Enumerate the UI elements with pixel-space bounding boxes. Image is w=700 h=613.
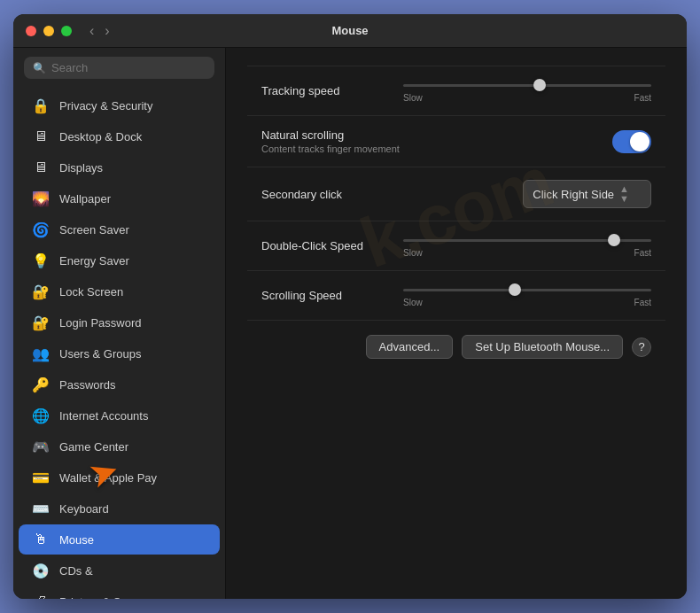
setting-label-scrolling-speed: Scrolling Speed <box>261 289 342 302</box>
sidebar-item-privacy-security[interactable]: 🔒 Privacy & Security <box>19 90 220 120</box>
sidebar-label-lock-screen: Lock Screen <box>59 285 123 299</box>
search-box[interactable]: 🔍 <box>24 57 214 79</box>
system-preferences-window: ‹ › Mouse 🔍 🔒 Privacy & Security 🖥 Deskt… <box>13 14 687 599</box>
sidebar-label-cds: CDs & <box>59 564 93 578</box>
setting-row-natural-scrolling: Natural scrolling Content tracks finger … <box>247 116 665 167</box>
window-title: Mouse <box>331 24 368 37</box>
setting-row-double-click-speed: Double-Click Speed Slow Fast <box>247 221 665 271</box>
select-arrows-secondary-click: ▲▼ <box>619 184 629 204</box>
close-button[interactable] <box>26 26 36 36</box>
sidebar-item-printers-scanners[interactable]: 🖨 Printers & Scanners <box>19 586 220 599</box>
setting-row-tracking-speed: Tracking speed Slow Fast <box>247 66 665 116</box>
slider-container-scrolling-speed: Slow Fast <box>403 283 651 307</box>
sidebar: 🔍 🔒 Privacy & Security 🖥 Desktop & Dock … <box>13 48 226 599</box>
sidebar-item-screen-saver[interactable]: 🌀 Screen Saver <box>19 214 220 244</box>
sidebar-icon-energy-saver: 💡 <box>31 251 51 270</box>
slider-slow-double-click-speed: Slow <box>403 248 423 258</box>
setting-label-secondary-click: Secondary click <box>261 188 342 201</box>
sidebar-label-wallet-apple-pay: Wallet & Apple Pay <box>59 471 157 485</box>
slider-thumb-tracking-speed[interactable] <box>533 79 546 91</box>
sidebar-icon-privacy-security: 🔒 <box>31 96 51 115</box>
sidebar-label-screen-saver: Screen Saver <box>59 223 129 237</box>
sidebar-icon-keyboard: ⌨️ <box>31 499 51 518</box>
sidebar-item-mouse[interactable]: 🖱 Mouse <box>19 524 220 555</box>
slider-thumb-double-click-speed[interactable] <box>608 234 620 246</box>
window-content: 🔍 🔒 Privacy & Security 🖥 Desktop & Dock … <box>13 48 687 599</box>
sidebar-icon-login-password: 🔐 <box>31 313 51 332</box>
setting-sublabel-natural-scrolling: Content tracks finger movement <box>261 144 400 154</box>
slider-thumb-scrolling-speed[interactable] <box>509 283 521 296</box>
sidebar-icon-printers-scanners: 🖨 <box>31 592 51 599</box>
panel-content: Tracking speed Slow Fast Natural scrolli… <box>226 48 687 376</box>
setting-label-natural-scrolling: Natural scrolling <box>261 128 400 142</box>
advanced-button[interactable]: Advanced... <box>366 335 454 359</box>
sidebar-icon-mouse: 🖱 <box>31 530 51 549</box>
sidebar-icon-users-groups: 👥 <box>31 344 51 363</box>
sidebar-list: 🔒 Privacy & Security 🖥 Desktop & Dock 🖥 … <box>13 86 225 599</box>
sidebar-item-passwords[interactable]: 🔑 Passwords <box>19 369 220 400</box>
setting-row-secondary-click: Secondary click Click Right Side ▲▼ <box>247 167 665 221</box>
sidebar-label-printers-scanners: Printers & Scanners <box>59 595 162 600</box>
help-button[interactable]: ? <box>632 338 651 357</box>
setup-bluetooth-button[interactable]: Set Up Bluetooth Mouse... <box>462 335 623 359</box>
sidebar-item-keyboard[interactable]: ⌨️ Keyboard <box>19 493 220 524</box>
toggle-natural-scrolling[interactable] <box>612 130 651 153</box>
setting-label-double-click-speed: Double-Click Speed <box>261 239 363 252</box>
back-button[interactable]: ‹ <box>86 22 97 40</box>
titlebar: ‹ › Mouse <box>13 14 687 48</box>
slider-fast-scrolling-speed: Fast <box>634 298 651 307</box>
sidebar-item-desktop-dock[interactable]: 🖥 Desktop & Dock <box>19 121 220 151</box>
sidebar-item-lock-screen[interactable]: 🔐 Lock Screen <box>19 276 220 306</box>
sidebar-label-internet-accounts: Internet Accounts <box>59 409 148 423</box>
sidebar-label-users-groups: Users & Groups <box>59 347 141 361</box>
sidebar-label-game-center: Game Center <box>59 440 128 454</box>
sidebar-item-wallet-apple-pay[interactable]: 💳 Wallet & Apple Pay <box>19 462 220 493</box>
sidebar-item-users-groups[interactable]: 👥 Users & Groups <box>19 338 220 369</box>
sidebar-label-mouse: Mouse <box>59 533 94 547</box>
sidebar-icon-passwords: 🔑 <box>31 375 51 394</box>
sidebar-icon-wallpaper: 🌄 <box>31 189 51 208</box>
maximize-button[interactable] <box>61 26 72 36</box>
setting-row-scrolling-speed: Scrolling Speed Slow Fast <box>247 271 665 321</box>
search-icon: 🔍 <box>33 62 46 74</box>
sidebar-icon-wallet-apple-pay: 💳 <box>31 468 51 487</box>
sidebar-item-cds[interactable]: 💿 CDs & <box>19 555 220 586</box>
slider-container-tracking-speed: Slow Fast <box>403 79 651 103</box>
sidebar-label-desktop-dock: Desktop & Dock <box>59 130 142 144</box>
sidebar-item-login-password[interactable]: 🔐 Login Password <box>19 307 220 338</box>
sidebar-item-displays[interactable]: 🖥 Displays <box>19 152 220 182</box>
sidebar-label-displays: Displays <box>59 161 103 175</box>
main-panel: k.com Tracking speed Slow Fast Natural s… <box>226 48 687 599</box>
nav-buttons: ‹ › <box>86 22 113 40</box>
slider-track-double-click-speed[interactable] <box>403 234 651 246</box>
buttons-row: Advanced... Set Up Bluetooth Mouse... ? <box>247 321 665 359</box>
sidebar-icon-game-center: 🎮 <box>31 437 51 456</box>
sidebar-label-passwords: Passwords <box>59 378 116 392</box>
sidebar-item-wallpaper[interactable]: 🌄 Wallpaper <box>19 183 220 213</box>
select-secondary-click[interactable]: Click Right Side ▲▼ <box>523 180 651 208</box>
sidebar-icon-desktop-dock: 🖥 <box>31 127 51 146</box>
sidebar-label-wallpaper: Wallpaper <box>59 192 111 206</box>
sidebar-label-energy-saver: Energy Saver <box>59 254 129 268</box>
sidebar-label-privacy-security: Privacy & Security <box>59 99 152 113</box>
sidebar-icon-displays: 🖥 <box>31 158 51 177</box>
sidebar-item-game-center[interactable]: 🎮 Game Center <box>19 431 220 462</box>
slider-fast-double-click-speed: Fast <box>634 248 651 258</box>
forward-button[interactable]: › <box>101 22 113 40</box>
toggle-knob-natural-scrolling <box>630 132 649 151</box>
sidebar-item-internet-accounts[interactable]: 🌐 Internet Accounts <box>19 400 220 431</box>
sidebar-label-login-password: Login Password <box>59 316 142 330</box>
slider-container-double-click-speed: Slow Fast <box>403 234 651 258</box>
slider-fast-tracking-speed: Fast <box>634 93 651 103</box>
search-input[interactable] <box>51 61 206 74</box>
slider-track-scrolling-speed[interactable] <box>403 283 651 296</box>
minimize-button[interactable] <box>43 26 54 36</box>
sidebar-item-energy-saver[interactable]: 💡 Energy Saver <box>19 245 220 275</box>
settings-container: Tracking speed Slow Fast Natural scrolli… <box>247 66 665 321</box>
sidebar-icon-internet-accounts: 🌐 <box>31 406 51 425</box>
sidebar-label-keyboard: Keyboard <box>59 502 109 516</box>
slider-slow-scrolling-speed: Slow <box>403 298 423 307</box>
sidebar-icon-cds: 💿 <box>31 561 51 580</box>
slider-track-tracking-speed[interactable] <box>403 79 651 91</box>
sidebar-icon-lock-screen: 🔐 <box>31 282 51 301</box>
